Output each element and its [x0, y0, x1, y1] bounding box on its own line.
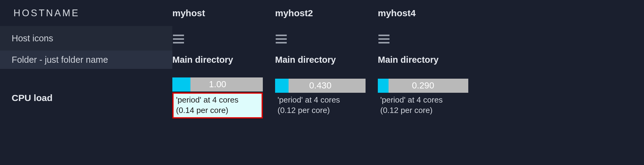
host-comparison-grid: HOSTNAME Host icons Folder - just folder… — [0, 0, 644, 165]
cpu-load-bar: 0.430 — [275, 79, 366, 93]
host-name[interactable]: myhost2 — [275, 8, 313, 18]
header-row: HOSTNAME — [0, 0, 172, 26]
host-column: myhost4 Main directory 0.290 'period' at… — [378, 0, 481, 165]
folder-cell: Main directory — [378, 51, 474, 69]
folder-name: Main directory — [378, 55, 439, 65]
cpu-load-bar: 0.290 — [378, 79, 468, 93]
cpu-load-detail: 'period' at 4 cores (0.12 per core) — [378, 94, 468, 118]
burger-icon[interactable] — [172, 33, 184, 43]
host-column: myhost2 Main directory 0.430 'period' at… — [275, 0, 378, 165]
host-name[interactable]: myhost4 — [378, 8, 416, 18]
host-icons-label: Host icons — [0, 26, 172, 51]
cpu-detail-line2: (0.12 per core) — [278, 105, 363, 116]
cpu-detail-line1: 'period' at 4 cores — [176, 95, 259, 105]
host-icons-row-label-cell: Host icons — [0, 26, 172, 51]
cpu-detail-line1: 'period' at 4 cores — [278, 95, 363, 105]
host-column: myhost Main directory 1.00 'period' at 4… — [172, 0, 275, 165]
cpu-cell: 0.430 'period' at 4 cores (0.12 per core… — [275, 69, 372, 122]
cpu-load-detail-highlighted: 'period' at 4 cores (0.14 per core) — [172, 92, 263, 119]
folder-row-label-cell: Folder - just folder name — [0, 51, 172, 69]
cpu-load-bar: 1.00 — [172, 77, 263, 92]
cpu-cell: 1.00 'period' at 4 cores (0.14 per core) — [172, 69, 269, 122]
host-name[interactable]: myhost — [172, 8, 205, 18]
cpu-cell: 0.290 'period' at 4 cores (0.12 per core… — [378, 69, 474, 122]
folder-label: Folder - just folder name — [0, 51, 172, 69]
folder-name: Main directory — [172, 55, 233, 65]
host-header-cell: myhost — [172, 0, 269, 26]
host-icons-cell — [275, 26, 372, 51]
host-header-cell: myhost2 — [275, 0, 372, 26]
folder-name: Main directory — [275, 55, 336, 65]
cpu-detail-line2: (0.12 per core) — [380, 105, 466, 116]
cpu-detail-line2: (0.14 per core) — [176, 105, 259, 116]
cpu-load-detail: 'period' at 4 cores (0.12 per core) — [275, 94, 366, 118]
hostname-header-label: HOSTNAME — [0, 8, 80, 19]
cpu-row-label-cell: CPU load — [0, 69, 172, 122]
row-labels-column: HOSTNAME Host icons Folder - just folder… — [0, 0, 172, 165]
burger-icon[interactable] — [275, 33, 287, 43]
cpu-load-label: CPU load — [0, 93, 52, 103]
folder-cell: Main directory — [172, 51, 269, 69]
cpu-load-value: 0.430 — [275, 81, 366, 91]
host-icons-cell — [378, 26, 474, 51]
folder-cell: Main directory — [275, 51, 372, 69]
cpu-detail-line1: 'period' at 4 cores — [380, 95, 466, 105]
host-icons-cell — [172, 26, 269, 51]
cpu-load-value: 0.290 — [378, 81, 468, 91]
host-header-cell: myhost4 — [378, 0, 474, 26]
burger-icon[interactable] — [378, 33, 389, 43]
cpu-load-value: 1.00 — [172, 79, 263, 89]
